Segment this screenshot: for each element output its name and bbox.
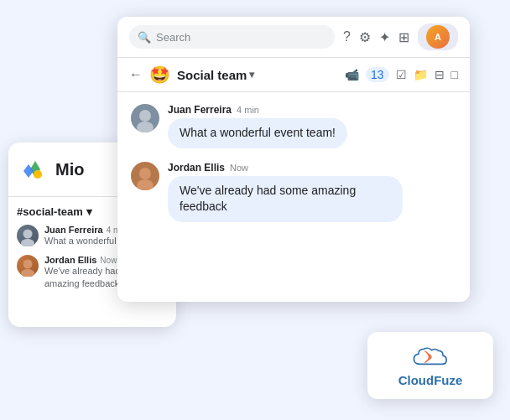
mio-brand-text: Mio bbox=[55, 160, 84, 179]
svg-point-4 bbox=[34, 170, 42, 179]
chevron-down-icon[interactable]: ▾ bbox=[249, 69, 254, 80]
channel-chevron-icon[interactable]: ▾ bbox=[86, 205, 92, 218]
svg-point-1 bbox=[137, 122, 154, 132]
mini-time-2: Now bbox=[100, 256, 117, 265]
svg-point-5 bbox=[23, 230, 33, 239]
channel-label-text: #social-team bbox=[17, 205, 83, 218]
help-icon[interactable]: ? bbox=[343, 29, 351, 44]
table-row: Jordan Ellis Now We've already had some … bbox=[131, 162, 456, 222]
expand-icon[interactable]: □ bbox=[451, 68, 458, 81]
channel-emoji: 🤩 bbox=[149, 65, 170, 85]
table-row: Juan Ferreira 4 min What a wonderful eve… bbox=[131, 104, 456, 148]
search-bar[interactable]: 🔍 Search bbox=[129, 25, 335, 49]
time-1: 4 min bbox=[237, 105, 259, 115]
time-2: Now bbox=[230, 163, 248, 173]
mini-avatar-jordan bbox=[17, 255, 39, 277]
mini-sender-2: Jordan Ellis bbox=[44, 255, 96, 265]
mini-sender-1: Juan Ferreira bbox=[44, 225, 103, 235]
msg-meta-1: Juan Ferreira 4 min bbox=[168, 104, 347, 116]
svg-point-0 bbox=[139, 110, 151, 122]
back-arrow-icon[interactable]: ← bbox=[129, 67, 143, 82]
cloudfuze-icon bbox=[408, 345, 454, 370]
channel-name-text: Social team bbox=[177, 68, 247, 82]
sender-2: Jordan Ellis bbox=[168, 162, 225, 174]
folder-icon[interactable]: 📁 bbox=[414, 68, 428, 81]
svg-point-6 bbox=[21, 239, 34, 246]
messages-area: Juan Ferreira 4 min What a wonderful eve… bbox=[117, 92, 470, 302]
svg-point-3 bbox=[137, 179, 154, 190]
cloudfuze-card: CloudFuze bbox=[367, 332, 493, 399]
toolbar: 🔍 Search ? ⚙ ✦ ⊞ A bbox=[117, 17, 470, 58]
sparkle-icon[interactable]: ✦ bbox=[379, 29, 390, 45]
cloudfuze-brand-text: CloudFuze bbox=[398, 373, 463, 387]
avatar: A bbox=[426, 25, 450, 49]
message-content-1: Juan Ferreira 4 min What a wonderful eve… bbox=[168, 104, 347, 148]
msg-meta-2: Jordan Ellis Now bbox=[168, 162, 403, 174]
tasks-icon[interactable]: ☑ bbox=[396, 68, 407, 81]
account-chip[interactable]: A bbox=[418, 23, 458, 50]
chat-header: ← 🤩 Social team ▾ 📹 13 ☑ 📁 ⊟ □ bbox=[117, 58, 470, 92]
cloudfuze-logo bbox=[408, 345, 454, 370]
search-icon: 🔍 bbox=[138, 31, 151, 44]
bubble-2: We've already had some amazing feedback bbox=[168, 176, 403, 222]
grid-icon[interactable]: ⊞ bbox=[398, 29, 409, 45]
header-actions: 📹 13 ☑ 📁 ⊟ □ bbox=[345, 67, 458, 82]
mini-avatar-juan bbox=[17, 225, 39, 246]
svg-point-8 bbox=[21, 269, 34, 277]
bubble-1: What a wonderful event team! bbox=[168, 118, 347, 148]
message-content-2: Jordan Ellis Now We've already had some … bbox=[168, 162, 403, 222]
svg-point-2 bbox=[139, 168, 151, 179]
channel-name: Social team ▾ bbox=[177, 68, 254, 82]
avatar-juan bbox=[131, 104, 159, 132]
video-icon[interactable]: 📹 bbox=[345, 68, 359, 81]
avatar-jordan bbox=[131, 162, 159, 190]
mio-logo-icon bbox=[22, 156, 49, 183]
menu-icon[interactable]: ⊟ bbox=[435, 68, 445, 81]
settings-icon[interactable]: ⚙ bbox=[359, 29, 371, 45]
chat-window: 🔍 Search ? ⚙ ✦ ⊞ A ← 🤩 Social team ▾ 📹 1… bbox=[117, 17, 470, 302]
members-badge: 13 bbox=[366, 67, 389, 82]
sender-1: Juan Ferreira bbox=[168, 104, 232, 116]
search-placeholder: Search bbox=[156, 31, 190, 44]
toolbar-icons: ? ⚙ ✦ ⊞ bbox=[343, 29, 409, 45]
svg-point-7 bbox=[23, 260, 33, 269]
